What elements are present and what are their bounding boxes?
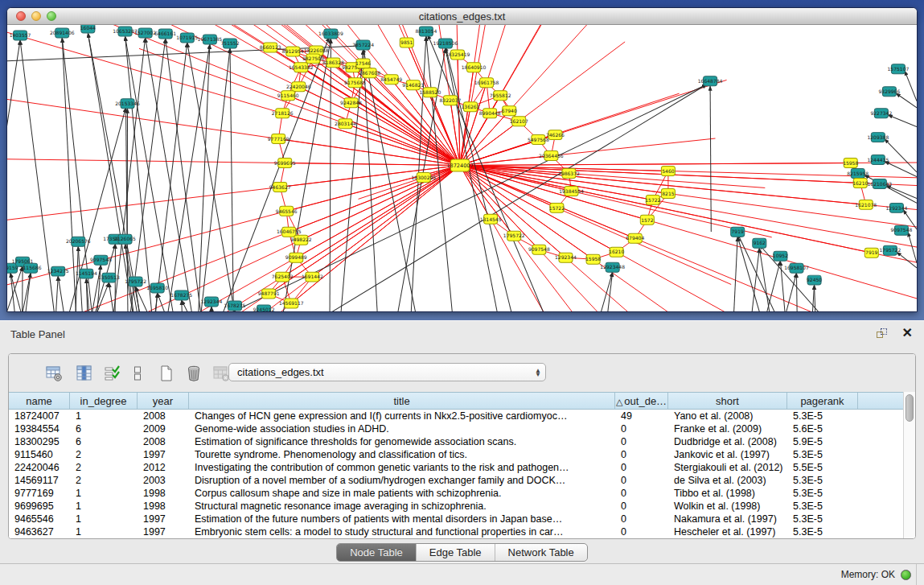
table-cell[interactable]: 22420046 <box>9 461 70 474</box>
table-cell[interactable]: 14569117 <box>9 474 70 487</box>
graph-node[interactable]: 10952 <box>773 251 788 261</box>
graph-node[interactable]: 1572 <box>640 215 654 225</box>
table-cell[interactable]: 0 <box>615 474 668 487</box>
graph-node[interactable]: 8813054 <box>415 27 437 36</box>
graph-node[interactable]: 1795722 <box>879 245 901 255</box>
table-row[interactable]: 1830029562008Estimation of significance … <box>9 435 903 448</box>
table-cell[interactable]: Changes of HCN gene expression and I(f) … <box>189 410 615 422</box>
table-cell[interactable]: 5.3E-5 <box>787 448 858 461</box>
graph-node[interactable]: 9777169 <box>268 134 290 144</box>
table-cell[interactable]: 0 <box>615 422 668 435</box>
graph-node[interactable]: 9463627 <box>269 182 291 192</box>
graph-node[interactable]: 9097548 <box>891 225 913 235</box>
table-cell[interactable]: 0 <box>615 461 668 474</box>
scrollbar-thumb[interactable] <box>906 394 914 422</box>
table-cell[interactable]: Estimation of significance thresholds fo… <box>189 435 615 448</box>
graph-node[interactable]: 136261 <box>462 102 480 112</box>
graph-node[interactable]: 1575107 <box>888 64 910 74</box>
graph-node[interactable]: 7919 <box>864 248 878 257</box>
graph-node[interactable]: 5460 <box>661 167 675 176</box>
table-cell[interactable]: Dudbridge et al. (2008) <box>668 435 787 448</box>
table-row[interactable]: 911546021997Tourette syndrome. Phenomeno… <box>9 448 903 461</box>
table-cell[interactable]: 9465546 <box>9 513 70 525</box>
graph-node[interactable]: 8990448 <box>479 109 501 118</box>
table-cell[interactable]: 1 <box>70 410 138 422</box>
graph-node[interactable]: 1621078 <box>855 200 877 209</box>
graph-node[interactable]: 16044 <box>80 25 96 33</box>
graph-node[interactable]: 679404 <box>626 233 644 243</box>
column-header-short[interactable]: short <box>668 393 787 409</box>
table-cell[interactable]: Jankovic et al. (1997) <box>668 448 787 461</box>
table-cell[interactable]: 5.5E-5 <box>787 461 858 474</box>
table-settings-icon[interactable] <box>43 362 65 385</box>
table-cell[interactable]: 9777169 <box>9 487 70 500</box>
table-cell[interactable]: Wolkin et al. (1998) <box>668 500 787 513</box>
graph-node[interactable]: 8660123 <box>260 43 281 52</box>
column-header-out_de[interactable]: △out_de… <box>615 393 668 409</box>
graph-node[interactable]: 1292344 <box>200 297 222 307</box>
graph-node[interactable]: 16961758 <box>474 78 499 88</box>
graph-node[interactable]: 20206576 <box>66 237 91 246</box>
graph-node[interactable]: 9097548 <box>90 255 112 265</box>
table-cell[interactable]: 18724007 <box>9 410 70 422</box>
row-height-icon[interactable] <box>126 362 149 385</box>
column-header-pagerank[interactable]: pagerank <box>787 393 858 409</box>
delete-table-trash-icon[interactable] <box>183 362 205 385</box>
graph-node[interactable]: 746266 <box>546 130 565 140</box>
table-cell[interactable]: 5.3E-5 <box>787 500 858 513</box>
table-cell[interactable]: 5.3E-5 <box>787 474 858 487</box>
select-attributes-icon[interactable] <box>101 362 123 385</box>
table-cell[interactable]: 0 <box>615 487 668 500</box>
table-cell[interactable]: 0 <box>615 525 668 538</box>
show-columns-icon[interactable] <box>73 362 96 385</box>
network-canvas[interactable]: 1403557208914061604410653287152700264661… <box>7 25 917 311</box>
table-cell[interactable]: Disruption of a novel member of a sodium… <box>189 474 615 487</box>
table-cell[interactable]: 9463627 <box>9 525 70 538</box>
table-row[interactable]: 1456911722003Disruption of a novel membe… <box>9 474 903 487</box>
graph-node[interactable]: 9699695 <box>274 159 296 168</box>
graph-node[interactable]: 7625402 <box>272 272 294 282</box>
table-cell[interactable]: 5.9E-5 <box>787 435 858 448</box>
table-cell[interactable]: Structural magnetic resonance image aver… <box>189 500 615 513</box>
table-cell[interactable]: 18300295 <box>9 435 70 448</box>
table-cell[interactable]: 2003 <box>138 474 189 487</box>
table-cell[interactable]: 2008 <box>138 410 189 422</box>
graph-node[interactable]: 162107 <box>510 117 528 126</box>
table-cell[interactable]: 1 <box>70 513 138 525</box>
tab-network-table[interactable]: Network Table <box>495 544 587 561</box>
graph-node[interactable]: 16033809 <box>318 29 343 39</box>
graph-node[interactable]: 1314545 <box>480 214 502 224</box>
table-row[interactable]: 946554611997Estimation of the future num… <box>9 513 903 525</box>
graph-node[interactable]: 751552 <box>220 39 239 48</box>
tab-node-table[interactable]: Node Table <box>337 544 417 561</box>
graph-node[interactable]: 1527002 <box>134 28 156 38</box>
column-header-name[interactable]: name <box>9 393 70 409</box>
graph-node[interactable]: 17546 <box>355 59 371 68</box>
graph-node[interactable]: 1071915 <box>176 33 198 43</box>
table-cell[interactable]: Tourette syndrome. Phenomenology and cla… <box>189 448 615 461</box>
graph-node[interactable]: 9099489 <box>285 253 307 262</box>
citation-network-graph[interactable]: 1403557208914061604410653287152700264661… <box>7 25 917 311</box>
graph-node[interactable]: 1292344 <box>555 253 577 262</box>
table-cell[interactable]: 0 <box>615 513 668 525</box>
graph-node[interactable]: 16210643 <box>868 179 893 188</box>
table-cell[interactable]: 5.3E-5 <box>787 487 858 500</box>
table-row[interactable]: 1872400712008Changes of HCN gene express… <box>9 410 903 422</box>
graph-node[interactable]: 20153346 <box>115 99 140 109</box>
graph-node[interactable]: 15722 <box>645 195 660 204</box>
graph-node[interactable]: 20891406 <box>50 28 75 38</box>
graph-node[interactable]: 8454749 <box>380 75 402 84</box>
graph-node[interactable]: 1234275 <box>47 266 69 276</box>
table-cell[interactable]: Investigating the contribution of common… <box>189 461 615 474</box>
table-cell[interactable]: Yano et al. (2008) <box>668 410 787 422</box>
graph-node[interactable]: 12923448 <box>600 262 625 272</box>
graph-node[interactable]: 15958 <box>843 159 858 168</box>
table-cell[interactable]: 2 <box>70 474 138 487</box>
graph-node[interactable]: 16543382 <box>289 63 314 72</box>
table-cell[interactable]: 6 <box>70 435 138 448</box>
table-cell[interactable]: 1 <box>70 525 138 538</box>
graph-node[interactable]: 2718126 <box>272 109 294 118</box>
graph-node[interactable]: 7857224 <box>352 40 374 50</box>
table-cell[interactable]: 2 <box>70 448 138 461</box>
table-cell[interactable]: 1 <box>70 487 138 500</box>
